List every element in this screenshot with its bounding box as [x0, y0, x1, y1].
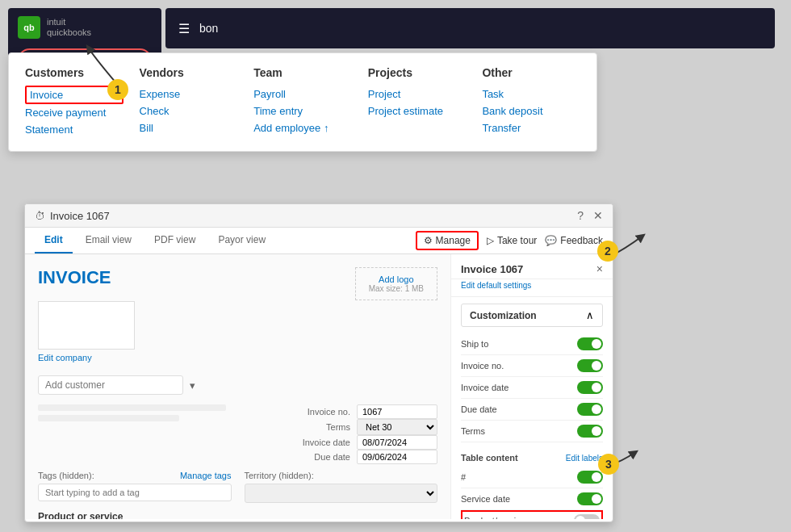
menu-item-project-estimate[interactable]: Project estimate [368, 103, 467, 119]
tab-edit[interactable]: Edit [35, 228, 73, 253]
tags-row: Tags (hidden): Manage tags Territory (hi… [38, 471, 437, 503]
toggle-invoice-no: Invoice no. [461, 355, 603, 377]
invoice-date-toggle-label: Invoice date [461, 383, 508, 392]
tour-icon: ▷ [487, 235, 494, 246]
invoice-no-input[interactable] [357, 404, 437, 419]
add-logo-label: Add logo [369, 274, 424, 284]
field-due-date: Due date [286, 450, 437, 464]
terms-select[interactable]: Net 30 [357, 419, 437, 435]
toggle-due-date: Due date [461, 399, 603, 421]
menu-item-project[interactable]: Project [368, 86, 467, 103]
placeholder-lines [38, 404, 273, 464]
menu-col-team: Team Payroll Time entry Add employee ↑ [253, 66, 352, 138]
menu-col-vendors: Vendors Expense Check Bill [140, 66, 238, 138]
tab-email-view[interactable]: Email view [76, 228, 141, 253]
right-panel: Invoice 1067 × Edit default settings Cus… [451, 254, 613, 519]
field-invoice-no: Invoice no. [286, 404, 437, 419]
invoice-main: INVOICE Edit company Add logo Max size: … [25, 254, 451, 519]
toggle-service-date: Service date [461, 488, 603, 510]
panel-title: Invoice 1067 [461, 263, 523, 275]
invoice-title: INVOICE [38, 267, 135, 288]
annotation-1: 1 [107, 79, 128, 100]
terms-toggle-label: Terms [461, 426, 485, 436]
invoice-no-toggle[interactable] [577, 359, 603, 372]
customer-row: ▾ [38, 375, 437, 395]
help-icon[interactable]: ? [577, 209, 584, 222]
tab-pdf-view[interactable]: PDF view [144, 228, 205, 253]
tags-input[interactable] [38, 484, 232, 501]
menu-item-time-entry[interactable]: Time entry [253, 103, 352, 119]
territory-select[interactable] [245, 484, 438, 503]
menu-item-add-employee[interactable]: Add employee ↑ [253, 119, 352, 136]
annotation-3: 3 [598, 454, 619, 475]
svg-text:qb: qb [23, 23, 35, 32]
menu-item-transfer[interactable]: Transfer [482, 119, 580, 136]
dropdown-icon[interactable]: ▾ [190, 379, 195, 392]
menu-item-check[interactable]: Check [140, 103, 238, 119]
team-title: Team [253, 66, 352, 79]
hash-toggle-label: # [461, 472, 466, 482]
toggle-product-service: Product/service [461, 510, 603, 519]
invoice-top: INVOICE Edit company Add logo Max size: … [38, 267, 437, 362]
panel-subtitle[interactable]: Edit default settings [451, 279, 613, 297]
feedback-icon: 💬 [545, 235, 557, 246]
product-service-toggle[interactable] [574, 514, 600, 519]
feedback-button[interactable]: 💬 Feedback [545, 235, 603, 246]
menu-item-expense[interactable]: Expense [140, 86, 238, 103]
service-date-toggle-label: Service date [461, 494, 510, 504]
manage-tags-link[interactable]: Manage tags [180, 471, 232, 480]
add-logo-box[interactable]: Add logo Max size: 1 MB [355, 267, 437, 300]
invoice-body: INVOICE Edit company Add logo Max size: … [25, 254, 613, 519]
edit-labels-link[interactable]: Edit labels [566, 454, 603, 463]
toggle-ship-to: Ship to [461, 333, 603, 355]
annotation-2: 2 [597, 241, 618, 262]
window-tabs-right: ⚙ Manage ▷ Take tour 💬 Feedback [416, 231, 603, 250]
due-date-toggle-label: Due date [461, 404, 497, 414]
menu-col-other: Other Task Bank deposit Transfer [482, 66, 580, 138]
tab-payor-view[interactable]: Payor view [208, 228, 275, 253]
toggle-hash: # [461, 467, 603, 488]
invoice-no-toggle-label: Invoice no. [461, 361, 504, 371]
due-date-label: Due date [286, 452, 350, 462]
window-tabs: Edit Email view PDF view Payor view ⚙ Ma… [25, 228, 613, 254]
product-service-toggle-label: Product/service [464, 516, 525, 519]
menu-item-payroll[interactable]: Payroll [253, 86, 352, 103]
menu-col-projects: Projects Project Project estimate [368, 66, 467, 138]
terms-toggle[interactable] [577, 425, 603, 438]
search-text: bon [199, 22, 218, 35]
invoice-no-label: Invoice no. [286, 407, 350, 417]
other-title: Other [482, 66, 580, 79]
customization-header[interactable]: Customization ∧ [461, 304, 603, 327]
window-tabs-left: Edit Email view PDF view Payor view [35, 228, 275, 253]
manage-button[interactable]: ⚙ Manage [416, 231, 479, 250]
qb-top-strip: ☰ bon [165, 8, 775, 48]
close-icon[interactable]: ✕ [593, 209, 603, 222]
product-service-label: Product or service [38, 511, 437, 519]
edit-company-link[interactable]: Edit company [38, 353, 135, 362]
due-date-input[interactable] [357, 450, 437, 464]
menu-item-bank-deposit[interactable]: Bank deposit [482, 103, 580, 119]
ship-to-label: Ship to [461, 339, 488, 349]
menu-item-bill[interactable]: Bill [140, 119, 238, 136]
menu-item-statement[interactable]: Statement [25, 121, 123, 138]
take-tour-button[interactable]: ▷ Take tour [487, 235, 537, 246]
invoice-date-input[interactable] [357, 435, 437, 450]
hash-toggle[interactable] [577, 471, 603, 484]
territory-label: Territory (hidden): [245, 471, 438, 480]
clock-icon: ⏱ [35, 210, 45, 222]
vendors-title: Vendors [140, 66, 238, 79]
service-date-toggle[interactable] [577, 492, 603, 505]
invoice-fields: Invoice no. Terms Net 30 Invoice date [286, 404, 437, 464]
invoice-date-toggle[interactable] [577, 381, 603, 394]
ship-to-toggle[interactable] [577, 337, 603, 350]
tags-label: Tags (hidden): Manage tags [38, 471, 232, 480]
toggle-terms: Terms [461, 421, 603, 442]
territory-section: Territory (hidden): [245, 471, 438, 503]
table-content-row: Table content Edit labels [461, 449, 603, 467]
due-date-toggle[interactable] [577, 403, 603, 416]
hamburger-icon[interactable]: ☰ [178, 21, 190, 36]
menu-item-receive-payment[interactable]: Receive payment [25, 104, 123, 121]
gear-icon: ⚙ [424, 235, 433, 246]
menu-item-task[interactable]: Task [482, 86, 580, 103]
customer-input[interactable] [38, 375, 183, 395]
